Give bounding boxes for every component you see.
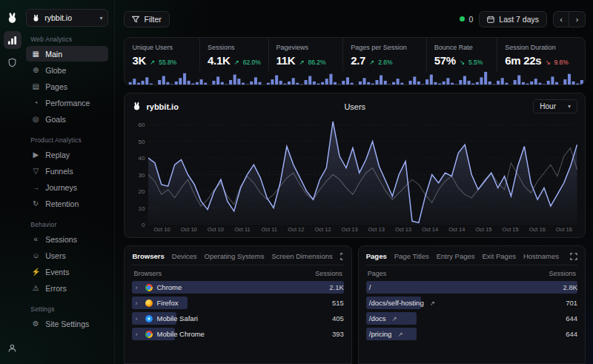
sidebar-item-pages[interactable]: ▤ Pages — [26, 79, 108, 94]
sidebar-item-errors[interactable]: ⚠ Errors — [26, 280, 108, 296]
sidebar-item-site-settings[interactable]: ⚙ Site Settings — [26, 316, 108, 331]
browsers-tabs: Browsers Devices Operating Systems Scree… — [132, 252, 343, 265]
plot-area — [148, 116, 577, 225]
workspace-logo-icon — [32, 14, 40, 22]
stat-change: 62.0% — [243, 59, 261, 66]
stat-pageviews[interactable]: Pageviews 11K ↗ 86.2% — [268, 38, 343, 71]
sidebar-item-globe[interactable]: ⊕ Globe — [26, 62, 108, 78]
table-row[interactable]: › Firefox 515 — [132, 297, 343, 309]
y-tick-label: 30 — [139, 171, 145, 178]
stat-sessions[interactable]: Sessions 4.1K ↗ 62.0% — [199, 38, 268, 71]
x-tick-label: Oct 13 — [363, 226, 390, 233]
row-value: 405 — [326, 314, 344, 322]
browsers-card: Browsers Devices Operating Systems Scree… — [124, 245, 351, 364]
rewind-icon: « — [31, 235, 40, 243]
funnel-icon: ▽ — [31, 167, 40, 175]
tab-screen-dimensions[interactable]: Screen Dimensions — [271, 252, 332, 260]
table-row[interactable]: /docs ↗ 644 — [366, 312, 577, 325]
table-row[interactable]: › Chrome 2.1K — [132, 281, 343, 294]
sidebar-item-journeys[interactable]: → Journeys — [26, 179, 108, 195]
pages-tabs: Pages Page Titles Entry Pages Exit Pages… — [366, 252, 577, 265]
table-row[interactable]: › Mobile Safari 405 — [132, 312, 343, 325]
y-axis: 6050403020100 — [132, 116, 148, 225]
chevron-right-icon[interactable]: › — [135, 331, 142, 338]
person-icon: ☺ — [31, 251, 40, 259]
tab-entry-pages[interactable]: Entry Pages — [437, 252, 475, 260]
x-tick-label: Oct 11 — [256, 226, 282, 233]
stat-bounce-rate[interactable]: Bounce Rate 57% ↘ 5.5% — [426, 38, 497, 71]
rybbit-logo-icon[interactable] — [4, 9, 21, 27]
bar-chart-icon[interactable] — [4, 31, 21, 49]
stat-value: 3K — [132, 54, 146, 67]
tab-pages[interactable]: Pages — [366, 252, 387, 260]
sidebar-item-users[interactable]: ☺ Users — [26, 248, 108, 263]
sidebar-item-label: Globe — [45, 66, 66, 75]
sidebar-item-replay[interactable]: ▶ Replay — [26, 147, 108, 162]
user-profile-icon[interactable] — [4, 339, 21, 357]
tab-hostnames[interactable]: Hostnames — [523, 252, 559, 260]
topbar: Filter 0 Last 7 days ‹ › — [124, 10, 586, 28]
trend-icon: ↗ — [369, 59, 374, 66]
stat-value: 4.1K — [208, 54, 231, 67]
filter-button-label: Filter — [144, 15, 161, 24]
table-row[interactable]: / 2.8K — [366, 281, 577, 294]
row-label: Mobile Safari — [156, 314, 197, 322]
stat-label: Pageviews — [276, 44, 336, 51]
sidebar-item-label: Site Settings — [45, 320, 89, 328]
icon-rail — [0, 0, 24, 364]
external-link-icon[interactable]: ↗ — [430, 300, 435, 307]
sidebar-item-label: Retention — [45, 199, 79, 208]
expand-icon[interactable] — [570, 253, 577, 260]
sidebar-item-funnels[interactable]: ▽ Funnels — [26, 163, 108, 179]
next-period-button[interactable]: › — [569, 11, 586, 27]
stat-label: Sessions — [208, 44, 261, 51]
pages-card: Pages Page Titles Entry Pages Exit Pages… — [358, 245, 586, 364]
date-range-button[interactable]: Last 7 days — [479, 11, 547, 27]
chevron-right-icon[interactable]: › — [135, 315, 142, 322]
stat-pages-per-session[interactable]: Pages per Session 2.7 ↗ 2.6% — [342, 38, 426, 71]
chevron-right-icon[interactable]: › — [135, 300, 142, 307]
external-link-icon[interactable]: ↗ — [391, 315, 397, 322]
chart-body: 6050403020100 Oct 10Oct 10Oct 10Oct 11Oc… — [132, 116, 577, 234]
tab-operating-systems[interactable]: Operating Systems — [205, 252, 265, 260]
expand-icon[interactable] — [340, 253, 344, 260]
sidebar-item-sessions[interactable]: « Sessions — [26, 231, 108, 247]
sidebar-item-goals[interactable]: ◎ Goals — [26, 111, 108, 127]
globe-icon: ⊕ — [31, 66, 40, 74]
filter-icon — [132, 16, 139, 23]
table-row[interactable]: /pricing ↗ 644 — [366, 328, 577, 340]
trend-icon: ↗ — [150, 59, 155, 66]
section-label-behavior: Behavior — [30, 221, 104, 228]
x-tick-label: Oct 10 — [176, 226, 202, 233]
tab-devices[interactable]: Devices — [172, 252, 197, 260]
sidebar-item-performance[interactable]: ◔ Performance — [26, 95, 108, 110]
sidebar-item-label: Goals — [45, 115, 65, 124]
filter-button[interactable]: Filter — [124, 11, 169, 27]
tab-exit-pages[interactable]: Exit Pages — [483, 252, 516, 260]
shield-icon[interactable] — [4, 53, 21, 71]
row-label: Mobile Chrome — [156, 330, 204, 338]
users-chart-svg — [148, 116, 577, 225]
external-link-icon[interactable]: ↗ — [397, 331, 402, 338]
y-tick-label: 50 — [139, 138, 145, 145]
sidebar-item-retention[interactable]: ↻ Retention — [26, 196, 108, 211]
workspace-switcher[interactable]: rybbit.io ▾ — [26, 9, 108, 27]
granularity-select[interactable]: Hour ▾ — [533, 99, 577, 113]
stat-session-duration[interactable]: Session Duration 6m 22s ↘ 9.6% — [497, 38, 585, 71]
page-path: /docs — [369, 314, 386, 322]
sidebar-item-events[interactable]: ⚡ Events — [26, 264, 108, 279]
column-value: Sessions — [549, 270, 576, 277]
table-row[interactable]: › Mobile Chrome 393 — [132, 328, 343, 340]
date-range-label: Last 7 days — [499, 15, 539, 24]
chevron-right-icon[interactable]: › — [135, 284, 142, 291]
tab-page-titles[interactable]: Page Titles — [394, 252, 429, 260]
table-row[interactable]: /docs/self-hosting ↗ 701 — [366, 297, 577, 309]
workspace-label: rybbit.io — [44, 13, 72, 22]
row-label: Chrome — [156, 283, 182, 291]
prev-period-button[interactable]: ‹ — [553, 11, 569, 27]
tab-browsers[interactable]: Browsers — [132, 252, 164, 260]
sidebar-item-main[interactable]: ▦ Main — [26, 46, 108, 62]
route-icon: → — [31, 183, 40, 191]
stat-unique-users[interactable]: Unique Users 3K ↗ 55.8% — [125, 38, 199, 71]
sidebar-item-label: Replay — [45, 150, 70, 159]
